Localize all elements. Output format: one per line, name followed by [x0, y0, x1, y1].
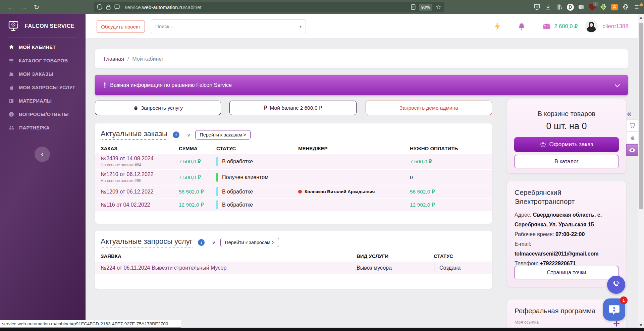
scrollbar-thumb[interactable]: [639, 23, 643, 209]
email-value[interactable]: tolmacevarsenii2011@gmail.com: [515, 251, 598, 257]
bell-icon[interactable]: [518, 22, 525, 31]
viber-button[interactable]: [607, 276, 625, 294]
orders-collapse-toggle[interactable]: v: [187, 132, 190, 137]
sidebar-collapse-button[interactable]: ‹: [35, 147, 50, 162]
scroll-up-arrow[interactable]: [639, 17, 643, 19]
brand-name: FALCON SERVICE: [25, 23, 75, 29]
chat-unread-badge: 1: [620, 296, 628, 304]
zoom-level-badge[interactable]: 90%: [419, 4, 432, 11]
my-balance-label: Мой баланс 2 600,0 ₽: [270, 105, 322, 111]
request-row[interactable]: №224 от 06.11.2024 Вывезти строительный …: [95, 262, 492, 275]
cart-widget: В корзине товаров 0 шт. на 0 Оформить за…: [507, 99, 626, 173]
lightning-icon[interactable]: [494, 22, 500, 31]
my-balance-button[interactable]: ₽ Мой баланс 2 600,0 ₽: [229, 101, 357, 115]
ublock-icon[interactable]: 1: [588, 3, 596, 11]
privacy-circles-icon[interactable]: [577, 3, 585, 11]
order-row[interactable]: №116 от 04.02.2022 12 902,0 ₽ В обработк…: [95, 199, 492, 212]
chevron-left-icon: ‹: [41, 150, 43, 159]
brand-logo[interactable]: FALCON SERVICE: [0, 14, 86, 32]
reader-mode-icon[interactable]: [410, 4, 416, 10]
discuss-project-button[interactable]: Обсудить проект: [97, 20, 145, 33]
hours-value: 07:00-22:00: [555, 231, 585, 237]
to-catalog-button[interactable]: В каталог: [514, 155, 619, 168]
checkout-button[interactable]: Оформить заказ: [514, 137, 619, 152]
panel-collapse-icon[interactable]: «: [627, 109, 631, 118]
browser-back-icon[interactable]: ←: [5, 3, 17, 11]
status-bar: [216, 200, 218, 209]
sidebar-item-catalog[interactable]: КАТАЛОГ ТОВАРОВ: [0, 54, 86, 67]
downloader-arrow-icon[interactable]: [599, 3, 607, 11]
order-row[interactable]: №2439 от 14.08.2024 На основе заявки #84…: [95, 154, 492, 170]
list-icon: [9, 58, 14, 63]
tracking-shield-icon[interactable]: [97, 4, 103, 10]
col-status: СТАТУС: [434, 253, 486, 259]
rail-view-button[interactable]: [626, 144, 638, 156]
request-demo-button[interactable]: Запросить демо админа: [366, 101, 492, 115]
ok-ru-icon[interactable]: [610, 3, 619, 11]
search-input[interactable]: [155, 23, 300, 29]
rail-cart-button[interactable]: [626, 119, 638, 131]
pocket-icon[interactable]: [533, 3, 541, 11]
important-info-banner[interactable]: ! Важная информация по решению Falcon Se…: [95, 75, 628, 95]
store-page-button[interactable]: Страница точки: [514, 266, 619, 279]
email-label: E-mail:: [515, 241, 531, 247]
lock-icon[interactable]: [105, 4, 111, 10]
address-bar[interactable]: service.web-automation.ru/cabinet 90% ☆: [94, 2, 444, 12]
chevron-down-icon[interactable]: [615, 82, 620, 88]
breadcrumb-separator: /: [127, 56, 129, 62]
avatar[interactable]: [585, 20, 598, 33]
permissions-icon[interactable]: [114, 4, 120, 10]
info-icon[interactable]: i: [198, 239, 205, 246]
eye-icon: [629, 148, 636, 153]
sidebar-item-my-orders[interactable]: МОИ ЗАКАЗЫ: [0, 67, 86, 81]
sidebar-item-my-cabinet[interactable]: МОЙ КАБИНЕТ: [0, 41, 86, 54]
library-icon[interactable]: [555, 3, 563, 11]
sidebar-item-faq[interactable]: ? ВОПРОСЫ/ОТВЕТЫ: [0, 108, 86, 121]
vertical-scrollbar[interactable]: [638, 14, 644, 331]
app-menu-icon[interactable]: ≡: [633, 3, 641, 11]
sidebar-item-my-service-requests[interactable]: МОИ ЗАПРОСЫ УСЛУГ: [0, 81, 86, 94]
breadcrumb-home[interactable]: Главная: [104, 56, 124, 62]
order-id[interactable]: №1210 от 06.12.2022: [101, 171, 179, 177]
duckduckgo-icon[interactable]: D: [566, 3, 574, 11]
downloads-icon[interactable]: [544, 3, 552, 11]
goto-requests-button[interactable]: Перейти к запросам >: [220, 238, 279, 247]
order-row[interactable]: №1209 от 06.12.2022 56 502,0 ₽ В обработ…: [95, 185, 492, 199]
sidebar-item-materials[interactable]: МАТЕРИАЛЫ: [0, 94, 86, 108]
browser-reload-icon[interactable]: ↻: [30, 3, 43, 11]
order-id[interactable]: №116 от 04.02.2022: [101, 202, 179, 208]
move-widget-icon[interactable]: [613, 320, 620, 328]
order-to-pay: 56 502,0 ₽: [410, 189, 486, 195]
browser-forward-icon[interactable]: →: [17, 3, 30, 11]
url-path: /cabinet: [184, 4, 202, 10]
hours-label: Рабочее время:: [515, 231, 554, 237]
service-requests-card: Актуальные запросы услуг i v Перейти к з…: [95, 231, 492, 289]
goto-orders-button[interactable]: Перейти к заказам >: [195, 130, 250, 140]
header-user-area: ₽ 2 600,0 ₽ client1388: [545, 14, 629, 39]
sidebar-item-partner[interactable]: ПАРТНЕРКА: [0, 121, 86, 134]
order-row[interactable]: №1210 от 06.12.2022 На основе заявки #85…: [95, 170, 492, 185]
store-hours: Рабочее время: 07:00-22:00: [515, 229, 619, 239]
extensions-puzzle-icon[interactable]: [622, 3, 630, 11]
order-status: Получен клиентом: [222, 174, 268, 180]
balance-amount[interactable]: 2 600,0 ₽: [554, 23, 578, 30]
username[interactable]: client1388: [602, 23, 629, 30]
request-id[interactable]: №224 от 06.11.2024 Вывезти строительный …: [101, 265, 357, 271]
order-id[interactable]: №2439 от 14.08.2024: [101, 156, 179, 162]
search-combobox[interactable]: ▾: [151, 19, 306, 33]
order-id[interactable]: №1209 от 06.12.2022: [101, 189, 179, 195]
chevron-down-icon[interactable]: ▾: [300, 24, 302, 29]
order-note: На основе заявки #84: [101, 163, 179, 167]
phone-value[interactable]: +79222920671: [540, 261, 576, 266]
falcon-monitor-icon: [8, 21, 20, 32]
bookmark-star-icon[interactable]: ☆: [436, 3, 441, 11]
order-note: На основе заявки #85: [101, 178, 179, 183]
info-icon[interactable]: i: [173, 131, 179, 138]
requests-collapse-toggle[interactable]: v: [213, 239, 215, 245]
ruble-icon[interactable]: ₽: [545, 22, 549, 30]
order-sum: 12 902,0 ₽: [179, 202, 216, 208]
store-address: Адрес: Свердловская область, с. Серебрян…: [515, 210, 619, 229]
scroll-down-arrow[interactable]: [639, 324, 643, 326]
request-service-button[interactable]: Запросить услугу: [95, 101, 221, 115]
rail-services-button[interactable]: [626, 132, 638, 144]
